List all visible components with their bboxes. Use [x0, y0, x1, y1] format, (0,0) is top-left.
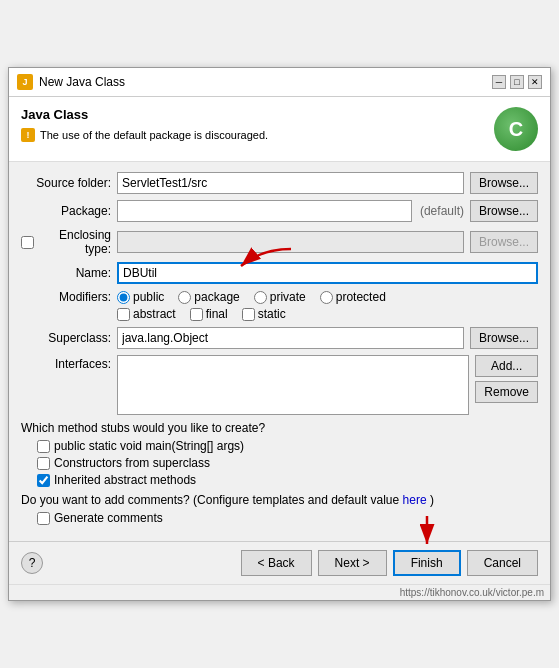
close-button[interactable]: ✕: [528, 75, 542, 89]
superclass-label: Superclass:: [21, 331, 111, 345]
package-row: Package: (default) Browse...: [21, 200, 538, 222]
source-folder-row: Source folder: Browse...: [21, 172, 538, 194]
comments-link[interactable]: here: [403, 493, 427, 507]
status-bar: https://tikhonov.co.uk/victor.pe.m: [9, 584, 550, 600]
name-input[interactable]: [117, 262, 538, 284]
interfaces-row: Interfaces: Add... Remove: [21, 355, 538, 415]
warning-text: The use of the default package is discou…: [40, 129, 268, 141]
package-default-text: (default): [420, 204, 464, 218]
modifier-private[interactable]: private: [254, 290, 306, 304]
modifier-public-radio[interactable]: [117, 291, 130, 304]
generate-comments-label: Generate comments: [54, 511, 163, 525]
stub-main-checkbox[interactable]: [37, 440, 50, 453]
modifier-static[interactable]: static: [242, 307, 286, 321]
modifier-static-label: static: [258, 307, 286, 321]
modifier-package-label: package: [194, 290, 239, 304]
dialog-footer: ? < Back Next > Finish Cancel: [9, 541, 550, 584]
enclosing-type-label: Enclosing type:: [21, 228, 111, 256]
new-java-class-dialog: J New Java Class ─ □ ✕ Java Class ! The …: [8, 67, 551, 601]
generate-comments-option[interactable]: Generate comments: [21, 511, 538, 525]
source-folder-label: Source folder:: [21, 176, 111, 190]
window-controls: ─ □ ✕: [492, 75, 542, 89]
modifier-abstract-checkbox[interactable]: [117, 308, 130, 321]
modifier-protected-radio[interactable]: [320, 291, 333, 304]
window-title: New Java Class: [39, 75, 486, 89]
modifiers-label: Modifiers:: [21, 290, 111, 304]
comments-question: Do you want to add comments? (Configure …: [21, 493, 399, 507]
header-section: Java Class ! The use of the default pack…: [9, 97, 550, 162]
modifier-package-radio[interactable]: [178, 291, 191, 304]
minimize-button[interactable]: ─: [492, 75, 506, 89]
modifier-package[interactable]: package: [178, 290, 239, 304]
title-bar: J New Java Class ─ □ ✕: [9, 68, 550, 97]
stub-main-label: public static void main(String[] args): [54, 439, 244, 453]
superclass-browse-button[interactable]: Browse...: [470, 327, 538, 349]
modifiers-checkbox-row: abstract final static: [117, 307, 386, 321]
comments-title: Do you want to add comments? (Configure …: [21, 493, 538, 507]
name-label: Name:: [21, 266, 111, 280]
source-folder-browse-button[interactable]: Browse...: [470, 172, 538, 194]
finish-arrow-annotation: [407, 514, 447, 550]
package-input[interactable]: [117, 200, 412, 222]
stub-constructors-checkbox[interactable]: [37, 457, 50, 470]
modifiers-section: public package private protected: [117, 290, 386, 321]
help-button[interactable]: ?: [21, 552, 43, 574]
maximize-button[interactable]: □: [510, 75, 524, 89]
interfaces-label: Interfaces:: [21, 355, 111, 371]
modifier-final[interactable]: final: [190, 307, 228, 321]
stub-constructors[interactable]: Constructors from superclass: [37, 456, 538, 470]
cancel-button[interactable]: Cancel: [467, 550, 538, 576]
enclosing-type-browse-button[interactable]: Browse...: [470, 231, 538, 253]
modifier-abstract-label: abstract: [133, 307, 176, 321]
modifier-final-label: final: [206, 307, 228, 321]
name-arrow-annotation: [221, 244, 301, 274]
dialog-title: Java Class: [21, 107, 494, 122]
stub-inherited-checkbox[interactable]: [37, 474, 50, 487]
comments-section: Do you want to add comments? (Configure …: [21, 493, 538, 525]
name-row: Name:: [21, 262, 538, 284]
superclass-input[interactable]: [117, 327, 464, 349]
add-interface-button[interactable]: Add...: [475, 355, 538, 377]
stub-inherited[interactable]: Inherited abstract methods: [37, 473, 538, 487]
footer-left: ?: [21, 552, 43, 574]
stub-main[interactable]: public static void main(String[] args): [37, 439, 538, 453]
modifier-protected[interactable]: protected: [320, 290, 386, 304]
eclipse-logo: C: [494, 107, 538, 151]
finish-button[interactable]: Finish: [393, 550, 461, 576]
comments-close-paren: ): [430, 493, 434, 507]
modifier-private-radio[interactable]: [254, 291, 267, 304]
stubs-title: Which method stubs would you like to cre…: [21, 421, 538, 435]
enclosing-type-checkbox[interactable]: [21, 236, 34, 249]
interfaces-box: [117, 355, 469, 415]
generate-comments-checkbox[interactable]: [37, 512, 50, 525]
interfaces-buttons: Add... Remove: [475, 355, 538, 403]
dialog-icon: J: [17, 74, 33, 90]
superclass-row: Superclass: Browse...: [21, 327, 538, 349]
status-text: https://tikhonov.co.uk/victor.pe.m: [400, 587, 544, 598]
warning-row: ! The use of the default package is disc…: [21, 128, 494, 142]
modifier-final-checkbox[interactable]: [190, 308, 203, 321]
next-button[interactable]: Next >: [318, 550, 387, 576]
modifier-static-checkbox[interactable]: [242, 308, 255, 321]
modifier-private-label: private: [270, 290, 306, 304]
warning-icon: !: [21, 128, 35, 142]
back-button[interactable]: < Back: [241, 550, 312, 576]
header-left: Java Class ! The use of the default pack…: [21, 107, 494, 142]
modifier-protected-label: protected: [336, 290, 386, 304]
form-content: Source folder: Browse... Package: (defau…: [9, 162, 550, 541]
finish-button-wrapper: Finish: [393, 550, 461, 576]
source-folder-input[interactable]: [117, 172, 464, 194]
package-browse-button[interactable]: Browse...: [470, 200, 538, 222]
modifier-public[interactable]: public: [117, 290, 164, 304]
modifiers-radio-row: public package private protected: [117, 290, 386, 304]
modifier-public-label: public: [133, 290, 164, 304]
footer-buttons: < Back Next > Finish Cancel: [241, 550, 538, 576]
stub-constructors-label: Constructors from superclass: [54, 456, 210, 470]
stubs-options: public static void main(String[] args) C…: [21, 439, 538, 487]
modifiers-row: Modifiers: public package private: [21, 290, 538, 321]
package-label: Package:: [21, 204, 111, 218]
remove-interface-button[interactable]: Remove: [475, 381, 538, 403]
modifier-abstract[interactable]: abstract: [117, 307, 176, 321]
method-stubs-section: Which method stubs would you like to cre…: [21, 421, 538, 487]
stub-inherited-label: Inherited abstract methods: [54, 473, 196, 487]
